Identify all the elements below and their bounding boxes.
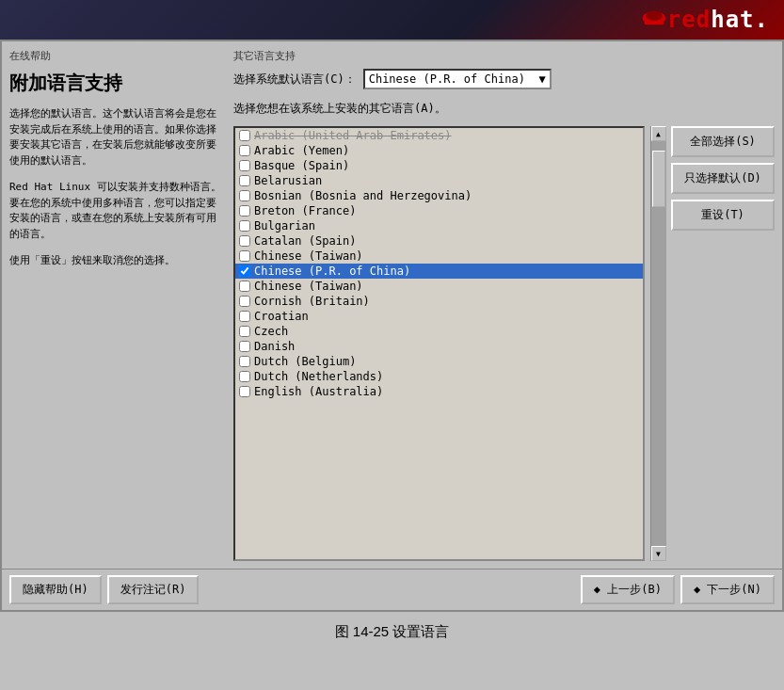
lang-checkbox[interactable] [239, 145, 250, 156]
hat-icon [633, 3, 667, 37]
lang-label: English (Australia) [254, 385, 383, 398]
lang-label: Chinese (P.R. of China) [254, 265, 410, 278]
bottom-bar: 隐藏帮助(H) 发行注记(R) ◆ 上一步(B) ◆ 下一步(N) [2, 569, 782, 610]
dropdown-value: Chinese (P.R. of China) [369, 72, 525, 86]
default-lang-dropdown[interactable]: Chinese (P.R. of China) ▼ [363, 69, 552, 89]
lang-checkbox[interactable] [239, 326, 250, 337]
right-panel: 其它语言支持 选择系统默认语言(C)： Chinese (P.R. of Chi… [233, 49, 775, 561]
list-item[interactable]: Chinese (Taiwan) [235, 249, 643, 264]
scroll-down-btn[interactable]: ▼ [651, 546, 666, 561]
lang-checkbox[interactable] [239, 386, 250, 397]
svg-point-1 [646, 10, 663, 21]
panel-text-3: 使用「重设」按钮来取消您的选择。 [9, 253, 226, 269]
lang-checkbox[interactable] [239, 341, 250, 352]
main-window: 在线帮助 附加语言支持 选择您的默认语言。这个默认语言将会是您在安装完成后在系统… [0, 40, 784, 612]
lang-label: Croatian [254, 310, 309, 323]
lang-label: Arabic (United Arab Emirates) [254, 129, 452, 142]
lang-checkbox[interactable] [239, 371, 250, 382]
list-item[interactable]: Arabic (Yemen) [235, 143, 643, 158]
list-item[interactable]: Catalan (Spain) [235, 233, 643, 249]
panel-text-1: 选择您的默认语言。这个默认语言将会是您在安装完成后在系统上使用的语言。如果你选择… [9, 106, 226, 168]
lang-checkbox[interactable] [239, 281, 250, 292]
scroll-track [651, 141, 666, 546]
lang-label: Arabic (Yemen) [254, 144, 349, 157]
left-panel: 在线帮助 附加语言支持 选择您的默认语言。这个默认语言将会是您在安装完成后在系统… [9, 49, 226, 561]
list-item[interactable]: Basque (Spain) [235, 158, 643, 173]
lang-checkbox[interactable] [239, 160, 250, 171]
lang-checkbox[interactable] [239, 250, 250, 262]
list-item[interactable]: Cornish (Britain) [235, 294, 643, 309]
header-bar: redhat. [0, 0, 784, 40]
lang-label: Bulgarian [254, 219, 315, 233]
list-item[interactable]: Dutch (Netherlands) [235, 369, 643, 384]
lang-label: Chinese (Taiwan) [254, 280, 363, 293]
lang-checkbox[interactable] [239, 311, 250, 322]
lang-label: Dutch (Netherlands) [254, 370, 383, 383]
select-all-button[interactable]: 全部选择(S) [671, 126, 775, 157]
list-item[interactable]: Bosnian (Bosnia and Herzegovina) [235, 188, 643, 203]
lang-label: Basque (Spain) [254, 159, 349, 172]
lang-checkbox[interactable] [239, 205, 250, 217]
lang-list[interactable]: Arabic (United Arab Emirates)Arabic (Yem… [235, 128, 643, 559]
panel-text-2: Red Hat Linux 可以安装并支持数种语言。要在您的系统中使用多种语言，… [9, 180, 226, 242]
list-item[interactable]: Belarusian [235, 173, 643, 188]
caption: 图 14-25 设置语言 [0, 612, 784, 649]
list-area: Arabic (United Arab Emirates)Arabic (Yem… [233, 126, 775, 561]
lang-checkbox[interactable] [239, 296, 250, 307]
section-label: 其它语言支持 [233, 49, 775, 63]
list-item[interactable]: Dutch (Belgium) [235, 354, 643, 369]
lang-checkbox[interactable] [239, 220, 250, 232]
list-item[interactable]: Breton (France) [235, 203, 643, 218]
lang-checkbox[interactable] [239, 356, 250, 367]
lang-label: Cornish (Britain) [254, 295, 370, 308]
lang-label: Catalan (Spain) [254, 234, 356, 248]
default-lang-row: 选择系统默认语言(C)： Chinese (P.R. of China) ▼ [233, 69, 775, 89]
list-item[interactable]: Danish [235, 339, 643, 354]
panel-title: 附加语言支持 [9, 71, 226, 95]
lang-label: Dutch (Belgium) [254, 355, 356, 368]
list-item[interactable]: Chinese (Taiwan) [235, 279, 643, 294]
list-item[interactable]: Czech [235, 324, 643, 339]
lang-list-container: Arabic (United Arab Emirates)Arabic (Yem… [233, 126, 645, 561]
svg-rect-2 [644, 22, 664, 25]
dropdown-arrow-icon: ▼ [538, 72, 545, 86]
list-item[interactable]: Croatian [235, 309, 643, 324]
next-button[interactable]: ◆ 下一步(N) [680, 575, 775, 604]
scroll-up-btn[interactable]: ▲ [651, 126, 666, 141]
redhat-logo: redhat. [667, 7, 769, 33]
lang-checkbox[interactable] [239, 130, 250, 141]
lang-checkbox[interactable] [239, 190, 250, 201]
lang-label: Bosnian (Bosnia and Herzegovina) [254, 189, 472, 202]
lang-label: Belarusian [254, 174, 322, 187]
online-help-label: 在线帮助 [9, 49, 226, 63]
right-buttons: 全部选择(S) 只选择默认(D) 重设(T) [671, 126, 775, 561]
lang-label: Chinese (Taiwan) [254, 249, 363, 263]
back-button[interactable]: ◆ 上一步(B) [581, 575, 675, 604]
lang-checkbox[interactable] [239, 265, 250, 277]
reset-button[interactable]: 重设(T) [671, 200, 775, 231]
scroll-thumb[interactable] [652, 151, 665, 207]
list-item[interactable]: Chinese (P.R. of China) [235, 264, 643, 279]
install-lang-label: 选择您想在该系统上安装的其它语言(A)。 [233, 101, 775, 117]
lang-label: Danish [254, 340, 295, 353]
lang-checkbox[interactable] [239, 235, 250, 247]
lang-checkbox[interactable] [239, 175, 250, 186]
lang-label: Breton (France) [254, 204, 356, 217]
list-item[interactable]: English (Australia) [235, 384, 643, 399]
scrollbar[interactable]: ▲ ▼ [650, 126, 665, 561]
select-default-button[interactable]: 只选择默认(D) [671, 163, 775, 194]
hide-help-button[interactable]: 隐藏帮助(H) [9, 575, 102, 604]
release-notes-button[interactable]: 发行注记(R) [107, 575, 200, 604]
lang-label: Czech [254, 325, 288, 338]
default-lang-label: 选择系统默认语言(C)： [233, 72, 356, 88]
list-item[interactable]: Bulgarian [235, 218, 643, 233]
list-item[interactable]: Arabic (United Arab Emirates) [235, 128, 643, 143]
